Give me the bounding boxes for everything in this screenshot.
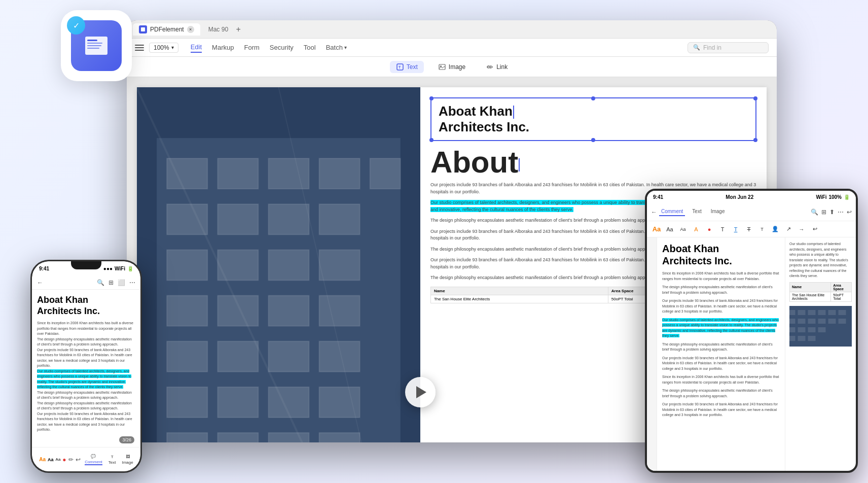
tablet-battery-icon: 🔋: [844, 194, 850, 200]
link-edit-button[interactable]: Link: [480, 61, 514, 73]
svg-rect-64: [818, 310, 826, 315]
phone-pencil-icon[interactable]: ✏: [68, 456, 74, 463]
svg-rect-69: [808, 319, 816, 324]
phone-font-aa-icon[interactable]: Aa: [39, 457, 46, 462]
phone-title: Aboat Khan Architects Inc.: [37, 295, 135, 317]
fmt-color-red[interactable]: ●: [704, 224, 715, 235]
pdf-tab[interactable]: PDFelement ×: [133, 23, 200, 36]
phone-comment-tab[interactable]: 💬 Comment: [85, 454, 102, 465]
nav-batch[interactable]: Batch ▾: [326, 43, 347, 52]
svg-rect-8: [439, 64, 445, 70]
tablet-share-icon[interactable]: ⬆: [829, 209, 835, 216]
phone-body-6: Our projects include 93 branches of bank…: [37, 411, 135, 433]
play-button[interactable]: [405, 377, 436, 407]
add-tab-button[interactable]: +: [232, 23, 244, 36]
phone-body-3: Our projects include 93 branches of bank…: [37, 348, 135, 369]
tablet-more-icon[interactable]: ⋯: [838, 209, 844, 216]
svg-rect-41: [319, 433, 360, 442]
tablet-wifi-icon: WiFi: [816, 194, 826, 200]
tablet-body-3: Our projects include 93 branches of bank…: [662, 298, 780, 315]
tablet-search-icon[interactable]: 🔍: [811, 209, 818, 216]
tablet-screen: 9:41 Mon Jun 22 WiFi 100% 🔋 ← Comment Te…: [647, 191, 856, 471]
phone-signal-icons: ●●● WiFi 🔋: [103, 266, 133, 271]
building-image: [137, 87, 420, 442]
svg-rect-76: [818, 327, 826, 332]
fmt-t-small-caps[interactable]: T: [756, 224, 768, 235]
svg-rect-33: [319, 341, 360, 372]
svg-rect-67: [789, 319, 795, 324]
tablet-sidebar: [647, 237, 657, 471]
tablet-body-8: Our projects include 93 branches of bank…: [662, 402, 780, 418]
phone-color-red-icon[interactable]: ●: [62, 456, 66, 463]
svg-rect-77: [789, 336, 795, 341]
tablet-image-tab[interactable]: Image: [709, 208, 727, 216]
phone-more-button[interactable]: ⋯: [129, 279, 135, 286]
fmt-aa-mid[interactable]: Aa: [664, 224, 675, 235]
zoom-control[interactable]: 100% ▾: [149, 43, 178, 53]
tablet-nav-tabs: Comment Text Image: [659, 208, 727, 216]
svg-rect-31: [218, 341, 258, 372]
nav-security[interactable]: Security: [270, 43, 294, 52]
tablet-back-button[interactable]: ←: [651, 209, 657, 216]
tablet-date: Mon Jun 22: [726, 194, 753, 200]
page-number: 3/26: [119, 436, 134, 443]
nav-form[interactable]: Form: [244, 43, 259, 52]
fmt-color-orange[interactable]: A: [691, 224, 702, 235]
svg-rect-28: [268, 296, 309, 326]
nav-edit[interactable]: Edit: [191, 42, 202, 53]
phone-undo-icon[interactable]: ↩: [76, 456, 81, 463]
fmt-aa-small[interactable]: Aa: [677, 224, 689, 235]
svg-rect-17: [370, 158, 401, 189]
tablet-comment-tab[interactable]: Comment: [659, 208, 685, 216]
tablet-table: Name Area Space The San House Elite Arch…: [789, 282, 852, 302]
phone-text-tab[interactable]: T Text: [108, 455, 116, 465]
text-edit-button[interactable]: T Text: [390, 61, 424, 73]
tablet-grid-icon[interactable]: ⊞: [821, 209, 826, 216]
phone-grid-button[interactable]: ⊞: [108, 279, 114, 286]
phone-font-a-bold-icon[interactable]: Aa: [48, 457, 54, 462]
tablet-text-tab[interactable]: Text: [690, 208, 703, 216]
nav-menu: Edit Markup Form Security Tool Batch ▾: [191, 42, 685, 53]
tablet-side-right: Our studio comprises of talented archite…: [785, 237, 856, 471]
title-selection-box: Aboat Khan Architects Inc.: [430, 97, 756, 141]
svg-rect-39: [218, 433, 258, 442]
nav-tool[interactable]: Tool: [304, 43, 316, 52]
phone-image-icon: 🖼: [126, 455, 130, 459]
fmt-t-strikethrough[interactable]: T: [743, 224, 754, 235]
fmt-aa-big[interactable]: Aa: [651, 224, 662, 235]
fmt-t-icon[interactable]: T: [717, 224, 728, 235]
tablet-status-bar: 9:41 Mon Jun 22 WiFi 100% 🔋: [647, 191, 856, 203]
phone-frame: 9:41 ●●● WiFi 🔋 ← 🔍 ⊞ ⬜ ⋯ Aboat Khan Arc…: [30, 260, 142, 473]
sidebar-toggle-button[interactable]: [135, 42, 147, 54]
image-edit-button[interactable]: Image: [432, 61, 472, 73]
svg-rect-74: [798, 327, 806, 332]
find-input[interactable]: 🔍 Find in: [688, 42, 769, 53]
nav-markup[interactable]: Markup: [212, 43, 234, 52]
fmt-person-icon[interactable]: 👤: [770, 224, 781, 235]
svg-rect-1: [87, 40, 97, 41]
pdf-title: Aboat Khan Architects Inc.: [439, 104, 748, 135]
mac-label: Mac 90: [208, 26, 228, 33]
phone-toolbar: ← 🔍 ⊞ ⬜ ⋯: [32, 275, 140, 290]
tablet-body-6: Since its inception in 2006 Khan archite…: [662, 374, 780, 385]
text-cursor: [513, 106, 514, 119]
svg-rect-40: [268, 433, 309, 442]
fmt-share-icon[interactable]: ↗: [783, 224, 794, 235]
phone-body-highlight: Our studio comprises of talented archite…: [37, 369, 135, 390]
phone-body-2: The design philosophy encapsulates aesth…: [37, 337, 135, 348]
phone-back-button[interactable]: ←: [37, 279, 43, 286]
phone-image-tab[interactable]: 🖼 Image: [122, 455, 133, 465]
phone-search-button[interactable]: 🔍: [97, 279, 104, 286]
fmt-arrow-icon[interactable]: →: [796, 224, 807, 235]
tab-close[interactable]: ×: [187, 26, 194, 33]
table-cell-name: The San House Elite Architects: [430, 295, 608, 303]
phone-view-button[interactable]: ⬜: [118, 279, 125, 286]
batch-chevron-icon: ▾: [344, 45, 347, 50]
tablet-undo-icon[interactable]: ↩: [847, 209, 852, 216]
text-label: Text: [407, 63, 418, 71]
svg-rect-27: [218, 296, 258, 326]
fmt-undo-icon[interactable]: ↩: [809, 224, 820, 235]
tablet-body-highlight: Our studio comprises of talented archite…: [662, 318, 780, 339]
phone-font-a-small-icon[interactable]: Aa: [56, 457, 61, 462]
fmt-t-blue[interactable]: T: [730, 224, 741, 235]
